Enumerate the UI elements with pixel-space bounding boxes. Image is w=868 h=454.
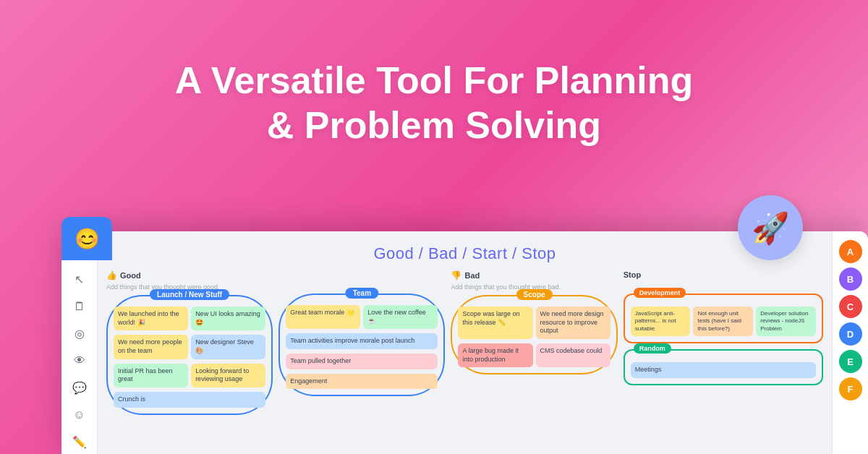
dev-label: Development bbox=[634, 288, 686, 298]
team-cards-1: Great team morale 🌟 Love the new coffee … bbox=[286, 305, 438, 329]
sidebar-icon-sticky[interactable]: 🗒 bbox=[67, 294, 93, 319]
card-coffee[interactable]: Love the new coffee ☕ bbox=[363, 305, 438, 329]
app-window: ⧉ ↖ 🗒 ◎ 👁 💬 ☺ ✏️ A B C D E F Good / Bad … bbox=[61, 231, 868, 454]
group-random: Random Meetings bbox=[624, 349, 823, 385]
sidebar: ⧉ ↖ 🗒 ◎ 👁 💬 ☺ ✏️ bbox=[61, 231, 98, 454]
rocket-decoration: 🚀 bbox=[738, 195, 803, 260]
group-development: Development JavaScript anti-patterns... … bbox=[624, 294, 823, 343]
card-engagement[interactable]: Engagement bbox=[286, 374, 438, 390]
card-new-designer[interactable]: New designer Steve 🎨 bbox=[191, 335, 265, 359]
column-team: Team Great team morale 🌟 Love the new co… bbox=[278, 270, 445, 450]
avatar-1[interactable]: A bbox=[839, 240, 862, 263]
group-scope: Scope Scope was large on this release 📏 … bbox=[451, 295, 617, 374]
card-team-pulled[interactable]: Team pulled together bbox=[286, 354, 438, 369]
card-dev-solution[interactable]: Developer solution reviews - nodeJS Prob… bbox=[756, 307, 816, 336]
group-team: Team Great team morale 🌟 Love the new co… bbox=[278, 294, 445, 396]
column-bad-header: 👎 Bad bbox=[451, 270, 617, 280]
column-good-header: 👍 Good bbox=[106, 270, 273, 280]
card-bug[interactable]: A large bug made it into production bbox=[458, 343, 532, 367]
card-initial-pr[interactable]: Initial PR has been great bbox=[114, 364, 188, 387]
card-team-morale[interactable]: Great team morale 🌟 bbox=[286, 305, 360, 329]
random-cards: Meetings bbox=[631, 362, 816, 378]
card-unit-tests[interactable]: Not enough unit tests (have I said this … bbox=[693, 307, 753, 336]
column-bad: 👎 Bad Add things that you thought were b… bbox=[451, 270, 617, 450]
card-design-resource[interactable]: We need more design resource to improve … bbox=[536, 307, 610, 339]
app-logo: 😊 bbox=[61, 217, 112, 260]
avatar-4[interactable]: D bbox=[839, 322, 862, 346]
group-launch-cards-3: Initial PR has been great Looking forwar… bbox=[114, 364, 265, 387]
sidebar-icon-eye[interactable]: 👁 bbox=[67, 348, 93, 373]
group-launch-label: Launch / New Stuff bbox=[150, 289, 229, 300]
column-stop: Stop Development JavaScript anti-pattern… bbox=[624, 270, 823, 450]
avatar-3[interactable]: C bbox=[839, 295, 862, 318]
random-label: Random bbox=[634, 343, 671, 354]
card-js-antipatterns[interactable]: JavaScript anti-patterns... is not suita… bbox=[631, 307, 691, 336]
avatars-panel: A B C D E F bbox=[832, 231, 868, 454]
group-team-label: Team bbox=[346, 288, 378, 299]
sidebar-icon-emoji[interactable]: ☺ bbox=[67, 403, 93, 427]
team-cards-3: Team pulled together bbox=[286, 354, 438, 369]
column-good: 👍 Good Add things that you thought were … bbox=[106, 270, 273, 450]
group-scope-label: Scope bbox=[516, 289, 553, 300]
column-stop-header: Stop bbox=[624, 270, 823, 279]
team-cards-4: Engagement bbox=[286, 374, 438, 390]
column-team-header bbox=[278, 270, 445, 279]
avatar-2[interactable]: B bbox=[839, 267, 862, 291]
columns-container: 👍 Good Add things that you thought were … bbox=[98, 270, 832, 450]
card-meetings[interactable]: Meetings bbox=[631, 362, 816, 378]
card-crunch[interactable]: Crunch is bbox=[114, 392, 265, 408]
canvas: Good / Bad / Start / Stop 👍 Good Add thi… bbox=[98, 231, 832, 454]
sidebar-icon-pen[interactable]: ✏️ bbox=[67, 430, 93, 455]
avatar-5[interactable]: E bbox=[839, 350, 862, 373]
scope-cards-1: Scope was large on this release 📏 We nee… bbox=[458, 307, 610, 339]
hero-title: A Versatile Tool For Planning & Problem … bbox=[0, 58, 868, 148]
sidebar-icon-cursor[interactable]: ↖ bbox=[67, 267, 93, 292]
card-launched[interactable]: We launched into the world! 🎉 bbox=[114, 307, 188, 330]
group-launch-cards: We launched into the world! 🎉 New UI loo… bbox=[114, 307, 265, 330]
card-new-ui[interactable]: New UI looks amazing 🤩 bbox=[191, 307, 265, 330]
scope-cards-2: A large bug made it into production CMS … bbox=[458, 343, 610, 367]
card-scope-large[interactable]: Scope was large on this release 📏 bbox=[458, 307, 532, 339]
card-reviewing[interactable]: Looking forward to reviewing usage bbox=[191, 364, 265, 387]
dev-cards: JavaScript anti-patterns... is not suita… bbox=[631, 307, 816, 336]
group-launch: Launch / New Stuff We launched into the … bbox=[106, 295, 273, 415]
team-cards-2: Team activities improve morale post laun… bbox=[286, 333, 438, 349]
bad-icon: 👎 bbox=[451, 270, 461, 280]
card-team-activities[interactable]: Team activities improve morale post laun… bbox=[286, 333, 438, 349]
card-more-people[interactable]: We need more people on the team bbox=[114, 335, 188, 359]
sidebar-icon-chat[interactable]: 💬 bbox=[67, 376, 93, 401]
board-title: Good / Bad / Start / Stop bbox=[98, 231, 832, 270]
hero-section: A Versatile Tool For Planning & Problem … bbox=[0, 58, 868, 148]
good-icon: 👍 bbox=[106, 270, 117, 280]
group-launch-cards-2: We need more people on the team New desi… bbox=[114, 335, 265, 359]
avatar-6[interactable]: F bbox=[839, 377, 862, 401]
group-launch-cards-4: Crunch is bbox=[114, 392, 265, 408]
card-cms[interactable]: CMS codebase could bbox=[536, 343, 610, 367]
sidebar-icon-shape[interactable]: ◎ bbox=[67, 322, 93, 346]
